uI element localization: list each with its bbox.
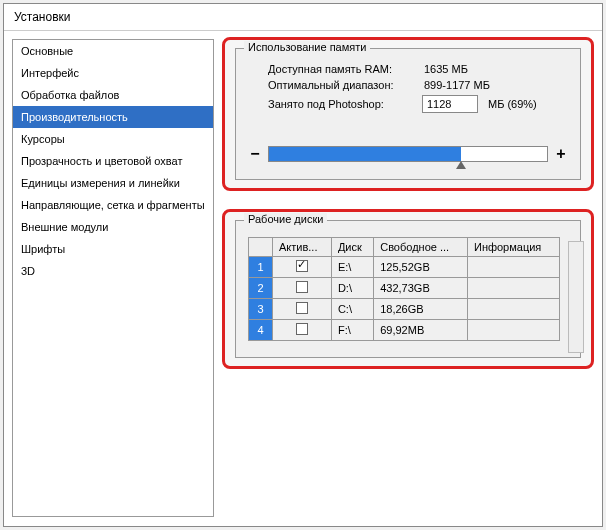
sidebar-item-general[interactable]: Основные [13,40,213,62]
preferences-window: Установки Основные Интерфейс Обработка ф… [3,3,603,527]
memory-slider-thumb[interactable] [456,161,466,169]
category-sidebar: Основные Интерфейс Обработка файлов Прои… [12,39,214,517]
active-checkbox[interactable] [296,323,308,335]
active-checkbox[interactable] [296,302,308,314]
active-checkbox[interactable] [296,260,308,272]
available-ram-value: 1635 МБ [424,63,468,75]
sidebar-item-guides[interactable]: Направляющие, сетка и фрагменты [13,194,213,216]
used-by-ps-label: Занято под Photoshop: [248,98,418,110]
ideal-range-value: 899-1177 МБ [424,79,490,91]
ideal-range-label: Оптимальный диапазон: [248,79,418,91]
sidebar-item-filehandling[interactable]: Обработка файлов [13,84,213,106]
memory-highlight: Использование памяти Доступная память RA… [222,37,594,191]
col-active[interactable]: Актив... [273,238,332,257]
sidebar-item-transparency[interactable]: Прозрачность и цветовой охват [13,150,213,172]
main-panel: Использование памяти Доступная память RA… [214,31,602,525]
table-row[interactable]: 1 E:\ 125,52GB [249,257,560,278]
sidebar-item-interface[interactable]: Интерфейс [13,62,213,84]
table-scrollbar[interactable] [568,241,584,353]
col-disk[interactable]: Диск [331,238,373,257]
table-row[interactable]: 2 D:\ 432,73GB [249,278,560,299]
sidebar-item-3d[interactable]: 3D [13,260,213,282]
col-info[interactable]: Информация [467,238,559,257]
sidebar-item-plugins[interactable]: Внешние модули [13,216,213,238]
minus-button[interactable]: − [248,145,262,163]
col-free[interactable]: Свободное ... [374,238,468,257]
active-checkbox[interactable] [296,281,308,293]
memory-group-title: Использование памяти [244,41,370,53]
table-row[interactable]: 4 F:\ 69,92MB [249,320,560,341]
disks-group-title: Рабочие диски [244,213,327,225]
plus-button[interactable]: + [554,145,568,163]
sidebar-item-performance[interactable]: Производительность [13,106,213,128]
table-header-row: Актив... Диск Свободное ... Информация [249,238,560,257]
used-by-ps-suffix: МБ (69%) [488,98,537,110]
sidebar-item-units[interactable]: Единицы измерения и линейки [13,172,213,194]
sidebar-item-type[interactable]: Шрифты [13,238,213,260]
available-ram-label: Доступная память RAM: [248,63,418,75]
memory-slider-row: − + [248,145,568,163]
used-by-ps-input[interactable]: 1128 [422,95,478,113]
disks-highlight: Рабочие диски Актив... Диск Свободное ..… [222,209,594,369]
window-title: Установки [4,4,602,31]
disks-group: Рабочие диски Актив... Диск Свободное ..… [235,220,581,358]
scratch-disks-table: Актив... Диск Свободное ... Информация 1… [248,237,560,341]
table-row[interactable]: 3 C:\ 18,26GB [249,299,560,320]
memory-group: Использование памяти Доступная память RA… [235,48,581,180]
sidebar-item-cursors[interactable]: Курсоры [13,128,213,150]
memory-slider[interactable] [268,146,548,162]
memory-slider-fill [269,147,461,161]
